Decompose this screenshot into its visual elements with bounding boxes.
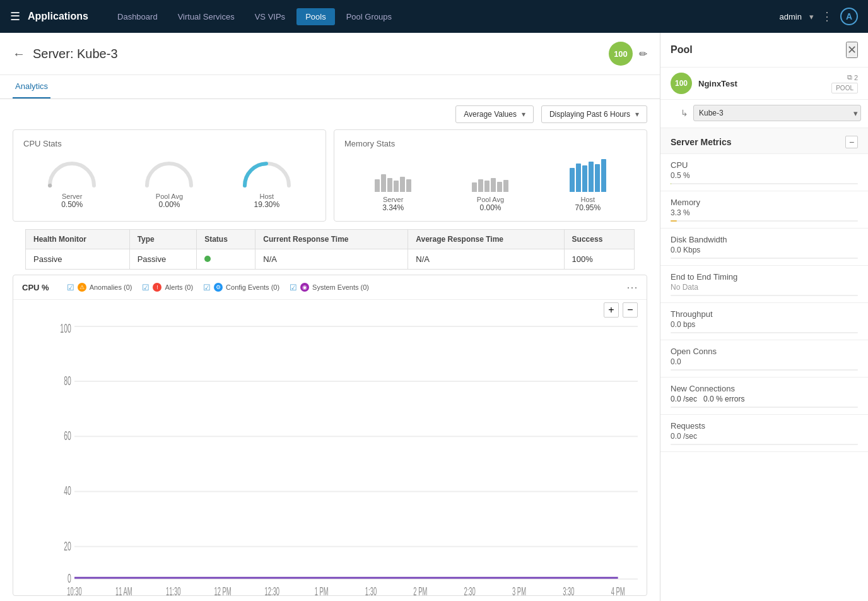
svg-text:2 PM: 2 PM [413, 585, 427, 595]
mem-bar-h4 [589, 162, 594, 192]
col-average-response: Average Response Time [408, 230, 564, 249]
top-navigation: ☰ Applications Dashboard Virtual Service… [0, 0, 868, 33]
config-check[interactable]: ☑ [203, 283, 211, 292]
zoom-out-button[interactable]: − [623, 302, 638, 318]
mem-bar-s5 [400, 177, 405, 192]
memory-server-bar: Server 3.34% [371, 157, 415, 212]
legend-config: ☑ ⚙ Config Events (0) [203, 283, 279, 292]
tab-analytics[interactable]: Analytics [13, 75, 50, 98]
metric-throughput-bar [671, 332, 858, 333]
svg-text:12 PM: 12 PM [214, 585, 231, 595]
nav-dashboard[interactable]: Dashboard [108, 8, 167, 25]
svg-text:40: 40 [64, 484, 71, 497]
metric-memory-value: 3.3 % [671, 208, 858, 217]
metric-requests-name: Requests [671, 421, 858, 431]
right-panel: Pool ✕ 100 NginxTest ⧉ 2 POOL ↳ Kube-3 ▾ [660, 33, 868, 601]
status-dot [204, 256, 211, 262]
nav-user-arrow[interactable]: ▾ [809, 12, 814, 21]
col-type: Type [129, 230, 197, 249]
panel-header: Pool ✕ [660, 33, 868, 68]
anomalies-icon: ⚠ [78, 283, 86, 292]
time-range-dropdown[interactable]: Displaying Past 6 Hours ▾ [541, 105, 647, 123]
cpu-stats-card: CPU Stats Server 0.50% [13, 129, 326, 222]
memory-server-value: 3.34% [382, 203, 404, 212]
avg-values-dropdown[interactable]: Average Values ▾ [455, 105, 534, 123]
metric-requests-value: 0.0 /sec [671, 432, 858, 441]
nav-links: Dashboard Virtual Services VS VIPs Pools… [108, 8, 780, 25]
cpu-host-gauge: Host 19.30% [238, 157, 295, 209]
cell-type: Passive [129, 249, 197, 270]
cpu-gauges-row: Server 0.50% Pool Avg 0.00% [23, 157, 315, 209]
chart-more-options[interactable]: ⋯ [626, 280, 638, 294]
health-score-badge: 100 [609, 42, 633, 66]
cpu-server-label: Server [62, 193, 82, 200]
server-select[interactable]: Kube-3 [693, 105, 861, 121]
metric-end-to-end: End to End Timing No Data [660, 266, 868, 303]
svg-text:4 PM: 4 PM [611, 585, 625, 595]
nav-pool-groups[interactable]: Pool Groups [337, 8, 401, 25]
cell-average: N/A [408, 249, 564, 270]
hamburger-menu[interactable]: ☰ [10, 9, 20, 23]
svg-text:10:30: 10:30 [67, 585, 82, 595]
mem-bar-p2 [478, 179, 483, 192]
nav-more-options[interactable]: ⋮ [821, 9, 833, 23]
cell-success: 100% [564, 249, 634, 270]
metric-memory-bar [671, 220, 858, 222]
nav-pools[interactable]: Pools [296, 8, 335, 25]
page-header: ← Server: Kube-3 100 ✏ [0, 33, 660, 75]
alerts-check[interactable]: ☑ [142, 283, 150, 292]
svg-text:60: 60 [64, 429, 71, 443]
nav-vs-vips[interactable]: VS VIPs [246, 8, 294, 25]
page-title: Server: Kube-3 [33, 47, 609, 61]
mem-bar-p6 [503, 180, 508, 192]
cpu-server-gauge: Server 0.50% [44, 157, 100, 209]
server-metrics-title: Server Metrics [671, 137, 732, 147]
server-metrics-header: Server Metrics − [660, 128, 868, 154]
memory-stats-card: Memory Stats Server 3.34% [334, 129, 647, 222]
nav-user[interactable]: admin [780, 12, 802, 21]
metric-new-connections-bar [671, 407, 858, 408]
mem-bar-s2 [381, 174, 386, 192]
back-button[interactable]: ← [13, 47, 25, 61]
mem-bar-s3 [387, 178, 392, 192]
system-check[interactable]: ☑ [290, 283, 297, 292]
pool-item: 100 NginxTest ⧉ 2 POOL [660, 68, 868, 100]
cell-current: N/A [255, 249, 408, 270]
metric-throughput-name: Throughput [671, 309, 858, 319]
svg-text:12:30: 12:30 [265, 585, 280, 595]
svg-text:11:30: 11:30 [166, 585, 181, 595]
svg-text:0: 0 [67, 572, 71, 585]
metrics-collapse-button[interactable]: − [845, 136, 858, 148]
svg-text:3 PM: 3 PM [512, 585, 526, 595]
pool-score-badge: 100 [671, 73, 692, 94]
metric-memory-bar-fill [671, 220, 677, 222]
cell-monitor: Passive [26, 249, 130, 270]
anomalies-check[interactable]: ☑ [67, 283, 74, 292]
cpu-server-value: 0.50% [61, 200, 83, 209]
nav-virtual-services[interactable]: Virtual Services [169, 8, 243, 25]
svg-text:80: 80 [64, 374, 71, 388]
health-table-wrapper: Health Monitor Type Status Current Respo… [0, 229, 660, 270]
metric-memory-name: Memory [671, 198, 858, 207]
mem-bar-p1 [472, 182, 477, 192]
memory-pool-bar: Pool Avg 0.00% [468, 157, 512, 212]
panel-title: Pool [671, 44, 693, 56]
legend-system: ☑ ◉ System Events (0) [290, 283, 369, 292]
metric-cpu-bar [671, 183, 858, 184]
metric-throughput: Throughput 0.0 bps [660, 303, 868, 340]
metric-memory: Memory 3.3 % [660, 191, 868, 229]
panel-close-button[interactable]: ✕ [846, 42, 858, 58]
memory-gauges-row: Server 3.34% Pool Avg [344, 157, 636, 212]
mem-bar-h2 [576, 164, 581, 192]
system-icon: ◉ [300, 283, 309, 292]
col-health-monitor: Health Monitor [26, 230, 130, 249]
metric-cpu-name: CPU [671, 160, 858, 170]
metric-disk-bar [671, 258, 858, 259]
edit-button[interactable]: ✏ [639, 48, 647, 60]
zoom-in-button[interactable]: + [604, 302, 619, 318]
metric-cpu: CPU 0.5 % [660, 154, 868, 191]
server-arrow-icon: ↳ [681, 108, 688, 118]
metric-disk-value: 0.0 Kbps [671, 246, 858, 254]
metric-new-connections-name: New Connections [671, 384, 858, 393]
chart-title: CPU % [22, 283, 49, 292]
